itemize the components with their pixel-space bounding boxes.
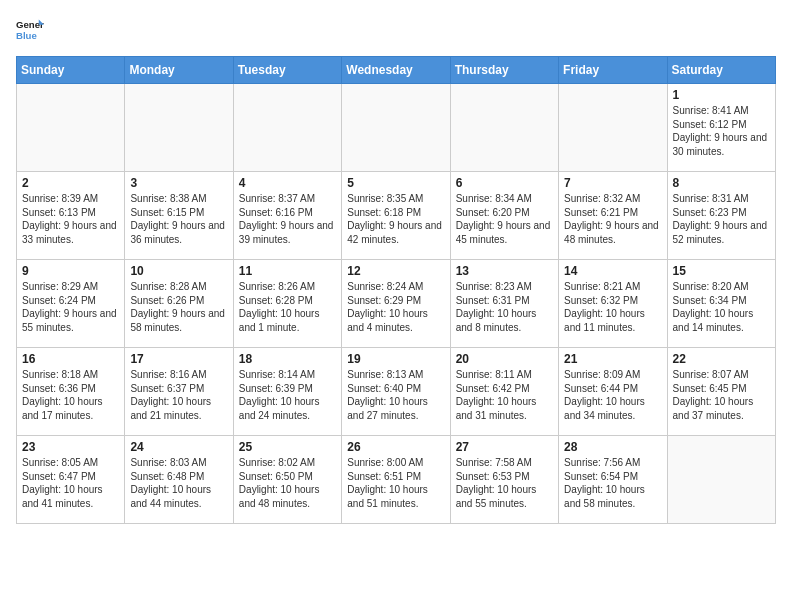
day-number: 6 bbox=[456, 176, 553, 190]
day-number: 12 bbox=[347, 264, 444, 278]
calendar-day-cell: 26Sunrise: 8:00 AMSunset: 6:51 PMDayligh… bbox=[342, 436, 450, 524]
day-info: Sunrise: 8:21 AMSunset: 6:32 PMDaylight:… bbox=[564, 281, 645, 333]
day-number: 24 bbox=[130, 440, 227, 454]
calendar-table: SundayMondayTuesdayWednesdayThursdayFrid… bbox=[16, 56, 776, 524]
day-number: 11 bbox=[239, 264, 336, 278]
day-number: 10 bbox=[130, 264, 227, 278]
day-info: Sunrise: 8:26 AMSunset: 6:28 PMDaylight:… bbox=[239, 281, 320, 333]
calendar-day-cell: 15Sunrise: 8:20 AMSunset: 6:34 PMDayligh… bbox=[667, 260, 775, 348]
calendar-day-cell: 1Sunrise: 8:41 AMSunset: 6:12 PMDaylight… bbox=[667, 84, 775, 172]
day-number: 15 bbox=[673, 264, 770, 278]
calendar-day-cell: 27Sunrise: 7:58 AMSunset: 6:53 PMDayligh… bbox=[450, 436, 558, 524]
calendar-header: SundayMondayTuesdayWednesdayThursdayFrid… bbox=[17, 57, 776, 84]
weekday-header: Saturday bbox=[667, 57, 775, 84]
calendar-day-cell: 13Sunrise: 8:23 AMSunset: 6:31 PMDayligh… bbox=[450, 260, 558, 348]
logo: General Blue bbox=[16, 16, 44, 44]
day-number: 21 bbox=[564, 352, 661, 366]
calendar-day-cell: 6Sunrise: 8:34 AMSunset: 6:20 PMDaylight… bbox=[450, 172, 558, 260]
day-info: Sunrise: 8:18 AMSunset: 6:36 PMDaylight:… bbox=[22, 369, 103, 421]
calendar-day-cell bbox=[450, 84, 558, 172]
calendar-day-cell: 19Sunrise: 8:13 AMSunset: 6:40 PMDayligh… bbox=[342, 348, 450, 436]
day-number: 28 bbox=[564, 440, 661, 454]
day-info: Sunrise: 8:32 AMSunset: 6:21 PMDaylight:… bbox=[564, 193, 659, 245]
weekday-header: Tuesday bbox=[233, 57, 341, 84]
day-info: Sunrise: 8:39 AMSunset: 6:13 PMDaylight:… bbox=[22, 193, 117, 245]
day-info: Sunrise: 7:56 AMSunset: 6:54 PMDaylight:… bbox=[564, 457, 645, 509]
day-number: 1 bbox=[673, 88, 770, 102]
calendar-day-cell: 8Sunrise: 8:31 AMSunset: 6:23 PMDaylight… bbox=[667, 172, 775, 260]
day-info: Sunrise: 7:58 AMSunset: 6:53 PMDaylight:… bbox=[456, 457, 537, 509]
day-info: Sunrise: 8:31 AMSunset: 6:23 PMDaylight:… bbox=[673, 193, 768, 245]
day-number: 16 bbox=[22, 352, 119, 366]
day-number: 14 bbox=[564, 264, 661, 278]
day-number: 3 bbox=[130, 176, 227, 190]
calendar-day-cell bbox=[233, 84, 341, 172]
calendar-day-cell bbox=[125, 84, 233, 172]
page-header: General Blue bbox=[16, 16, 776, 44]
calendar-week-row: 2Sunrise: 8:39 AMSunset: 6:13 PMDaylight… bbox=[17, 172, 776, 260]
day-info: Sunrise: 8:11 AMSunset: 6:42 PMDaylight:… bbox=[456, 369, 537, 421]
day-info: Sunrise: 8:07 AMSunset: 6:45 PMDaylight:… bbox=[673, 369, 754, 421]
calendar-day-cell: 23Sunrise: 8:05 AMSunset: 6:47 PMDayligh… bbox=[17, 436, 125, 524]
calendar-day-cell: 5Sunrise: 8:35 AMSunset: 6:18 PMDaylight… bbox=[342, 172, 450, 260]
day-info: Sunrise: 8:05 AMSunset: 6:47 PMDaylight:… bbox=[22, 457, 103, 509]
weekday-header: Wednesday bbox=[342, 57, 450, 84]
day-number: 7 bbox=[564, 176, 661, 190]
day-info: Sunrise: 8:24 AMSunset: 6:29 PMDaylight:… bbox=[347, 281, 428, 333]
calendar-day-cell: 21Sunrise: 8:09 AMSunset: 6:44 PMDayligh… bbox=[559, 348, 667, 436]
day-info: Sunrise: 8:03 AMSunset: 6:48 PMDaylight:… bbox=[130, 457, 211, 509]
day-number: 4 bbox=[239, 176, 336, 190]
day-number: 18 bbox=[239, 352, 336, 366]
calendar-day-cell: 22Sunrise: 8:07 AMSunset: 6:45 PMDayligh… bbox=[667, 348, 775, 436]
day-info: Sunrise: 8:28 AMSunset: 6:26 PMDaylight:… bbox=[130, 281, 225, 333]
calendar-week-row: 16Sunrise: 8:18 AMSunset: 6:36 PMDayligh… bbox=[17, 348, 776, 436]
day-number: 9 bbox=[22, 264, 119, 278]
calendar-day-cell: 18Sunrise: 8:14 AMSunset: 6:39 PMDayligh… bbox=[233, 348, 341, 436]
calendar-day-cell: 28Sunrise: 7:56 AMSunset: 6:54 PMDayligh… bbox=[559, 436, 667, 524]
day-info: Sunrise: 8:37 AMSunset: 6:16 PMDaylight:… bbox=[239, 193, 334, 245]
calendar-day-cell: 3Sunrise: 8:38 AMSunset: 6:15 PMDaylight… bbox=[125, 172, 233, 260]
day-number: 13 bbox=[456, 264, 553, 278]
day-info: Sunrise: 8:20 AMSunset: 6:34 PMDaylight:… bbox=[673, 281, 754, 333]
calendar-day-cell: 9Sunrise: 8:29 AMSunset: 6:24 PMDaylight… bbox=[17, 260, 125, 348]
day-number: 19 bbox=[347, 352, 444, 366]
day-info: Sunrise: 8:13 AMSunset: 6:40 PMDaylight:… bbox=[347, 369, 428, 421]
calendar-day-cell: 14Sunrise: 8:21 AMSunset: 6:32 PMDayligh… bbox=[559, 260, 667, 348]
day-info: Sunrise: 8:09 AMSunset: 6:44 PMDaylight:… bbox=[564, 369, 645, 421]
day-info: Sunrise: 8:41 AMSunset: 6:12 PMDaylight:… bbox=[673, 105, 768, 157]
day-info: Sunrise: 8:14 AMSunset: 6:39 PMDaylight:… bbox=[239, 369, 320, 421]
calendar-day-cell: 10Sunrise: 8:28 AMSunset: 6:26 PMDayligh… bbox=[125, 260, 233, 348]
calendar-day-cell: 4Sunrise: 8:37 AMSunset: 6:16 PMDaylight… bbox=[233, 172, 341, 260]
calendar-day-cell: 16Sunrise: 8:18 AMSunset: 6:36 PMDayligh… bbox=[17, 348, 125, 436]
calendar-day-cell: 20Sunrise: 8:11 AMSunset: 6:42 PMDayligh… bbox=[450, 348, 558, 436]
weekday-header: Sunday bbox=[17, 57, 125, 84]
calendar-day-cell bbox=[559, 84, 667, 172]
calendar-week-row: 1Sunrise: 8:41 AMSunset: 6:12 PMDaylight… bbox=[17, 84, 776, 172]
weekday-header: Friday bbox=[559, 57, 667, 84]
day-info: Sunrise: 8:34 AMSunset: 6:20 PMDaylight:… bbox=[456, 193, 551, 245]
day-number: 23 bbox=[22, 440, 119, 454]
calendar-day-cell: 25Sunrise: 8:02 AMSunset: 6:50 PMDayligh… bbox=[233, 436, 341, 524]
svg-text:Blue: Blue bbox=[16, 30, 37, 41]
day-info: Sunrise: 8:16 AMSunset: 6:37 PMDaylight:… bbox=[130, 369, 211, 421]
calendar-day-cell: 11Sunrise: 8:26 AMSunset: 6:28 PMDayligh… bbox=[233, 260, 341, 348]
day-number: 2 bbox=[22, 176, 119, 190]
calendar-day-cell bbox=[667, 436, 775, 524]
logo-icon: General Blue bbox=[16, 16, 44, 44]
day-info: Sunrise: 8:00 AMSunset: 6:51 PMDaylight:… bbox=[347, 457, 428, 509]
calendar-week-row: 9Sunrise: 8:29 AMSunset: 6:24 PMDaylight… bbox=[17, 260, 776, 348]
weekday-header: Monday bbox=[125, 57, 233, 84]
calendar-week-row: 23Sunrise: 8:05 AMSunset: 6:47 PMDayligh… bbox=[17, 436, 776, 524]
day-info: Sunrise: 8:38 AMSunset: 6:15 PMDaylight:… bbox=[130, 193, 225, 245]
day-number: 20 bbox=[456, 352, 553, 366]
calendar-day-cell: 2Sunrise: 8:39 AMSunset: 6:13 PMDaylight… bbox=[17, 172, 125, 260]
calendar-day-cell: 12Sunrise: 8:24 AMSunset: 6:29 PMDayligh… bbox=[342, 260, 450, 348]
day-info: Sunrise: 8:29 AMSunset: 6:24 PMDaylight:… bbox=[22, 281, 117, 333]
calendar-day-cell: 24Sunrise: 8:03 AMSunset: 6:48 PMDayligh… bbox=[125, 436, 233, 524]
day-number: 22 bbox=[673, 352, 770, 366]
day-info: Sunrise: 8:23 AMSunset: 6:31 PMDaylight:… bbox=[456, 281, 537, 333]
day-number: 17 bbox=[130, 352, 227, 366]
day-info: Sunrise: 8:35 AMSunset: 6:18 PMDaylight:… bbox=[347, 193, 442, 245]
day-number: 26 bbox=[347, 440, 444, 454]
day-number: 8 bbox=[673, 176, 770, 190]
